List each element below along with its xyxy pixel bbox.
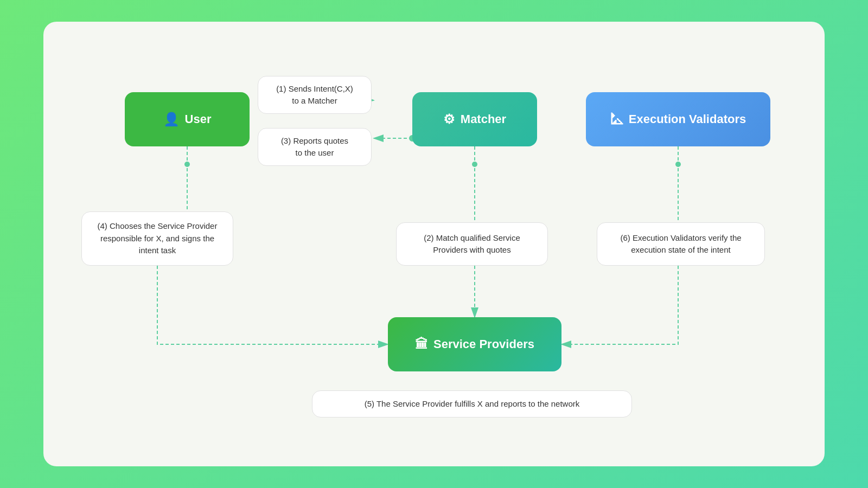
service-label: Service Providers xyxy=(433,337,534,351)
match-text: (2) Match qualified Service Providers wi… xyxy=(407,232,537,256)
svg-point-6 xyxy=(184,162,190,167)
chooses-text: (4) Chooses the Service Provider respons… xyxy=(93,220,222,257)
execution-node: ⛡ Execution Validators xyxy=(586,92,770,146)
svg-point-10 xyxy=(675,162,681,167)
chooses-label-box: (4) Chooses the Service Provider respons… xyxy=(81,211,233,266)
execution-verify-text: (6) Execution Validators verify the exec… xyxy=(608,232,754,256)
match-label-box: (2) Match qualified Service Providers wi… xyxy=(396,222,548,266)
svg-point-8 xyxy=(472,162,477,167)
fulfills-text: (5) The Service Provider fulfills X and … xyxy=(365,398,580,410)
user-icon: 👤 xyxy=(163,112,180,127)
user-node: 👤 User xyxy=(125,92,250,146)
matcher-icon: ⚙ xyxy=(443,112,455,127)
diagram-card: 👤 User ⚙ Matcher ⛡ Execution Validators … xyxy=(43,22,825,466)
service-node: 🏛 Service Providers xyxy=(388,317,561,371)
sends-text: (1) Sends Intent(C,X)to a Matcher xyxy=(276,83,353,107)
user-label: User xyxy=(185,112,212,126)
execution-icon: ⛡ xyxy=(610,112,623,127)
matcher-node: ⚙ Matcher xyxy=(412,92,537,146)
execution-label: Execution Validators xyxy=(629,112,746,126)
reports-quotes-label-box: (3) Reports quotesto the user xyxy=(258,128,372,166)
sends-label-box: (1) Sends Intent(C,X)to a Matcher xyxy=(258,76,372,114)
matcher-label: Matcher xyxy=(461,112,506,126)
service-icon: 🏛 xyxy=(415,337,428,352)
execution-verify-label-box: (6) Execution Validators verify the exec… xyxy=(597,222,765,266)
fulfills-label-box: (5) The Service Provider fulfills X and … xyxy=(312,390,632,418)
reports-quotes-text: (3) Reports quotesto the user xyxy=(281,135,348,159)
